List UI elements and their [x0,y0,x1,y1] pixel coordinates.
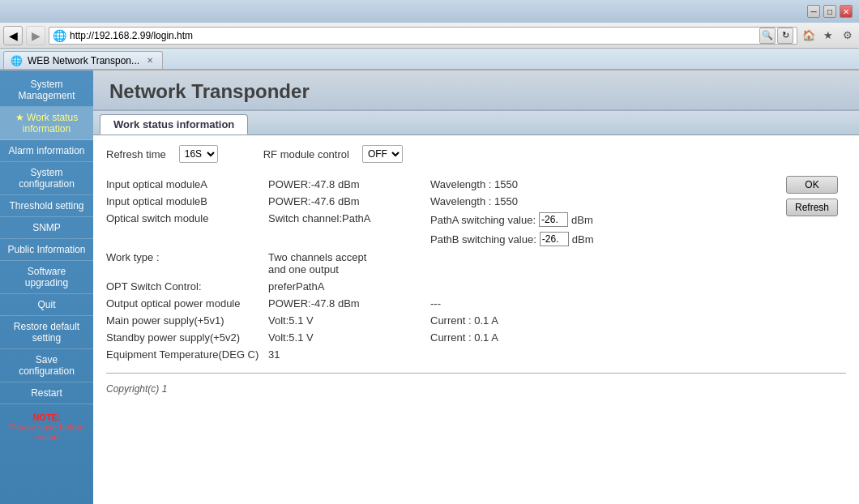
divider [106,373,846,374]
rf-module-select[interactable]: OFF ON [362,145,403,163]
row-label: Input optical moduleB [106,195,268,207]
row-value: Two channels acceptand one output [268,251,430,275]
row-value: Volt:5.1 V [268,331,430,344]
forward-button[interactable]: ▶ [26,26,45,45]
sidebar-item-restore[interactable]: Restore default setting [0,316,93,349]
path-b-label: PathB switching value: [430,233,536,246]
address-bar: 🌐 🔍 ↻ [49,27,797,45]
row-extra: Current : 0.1 A [430,331,633,344]
row-label: Standby power supply(+5v2) [106,331,268,344]
row-value: Switch channel:PathA [268,212,430,224]
note-label: NOTE: [32,412,60,422]
row-label: OPT Switch Control: [106,280,268,293]
path-b-input[interactable] [540,232,569,246]
sidebar-item-save-config[interactable]: Save configuration [0,349,93,382]
tab-icon: 🌐 [11,55,23,66]
browser-tab[interactable]: 🌐 WEB Network Transpon... ✕ [3,51,163,69]
tab-header: Work status information [93,111,859,135]
sidebar: System Management Work status informatio… [0,70,93,504]
minimize-btn[interactable]: ─ [807,5,820,18]
sidebar-item-quit[interactable]: Quit [0,294,93,316]
row-label: Output optical power module [106,297,268,310]
refresh-time-select[interactable]: 16S 1S 5S 10S 30S 60S [179,145,218,163]
table-row: Optical switch module Switch channel:Pat… [106,210,846,229]
maximize-btn[interactable]: □ [823,5,836,18]
sidebar-item-work-status[interactable]: Work status information [0,107,93,140]
row-extra: Wavelength : 1550 [430,195,633,207]
page-title: Network Transponder [93,70,859,111]
tab-work-status[interactable]: Work status information [100,114,248,135]
table-row: PathB switching value: dBm [106,229,846,249]
row-value: 31 [268,348,430,361]
row-label: Main power supply(+5v1) [106,314,268,327]
path-a-input[interactable] [539,212,568,227]
sidebar-item-system-config[interactable]: System configuration [0,162,93,195]
back-button[interactable]: ◀ [3,26,23,45]
refresh-button[interactable]: ↻ [777,28,793,44]
refresh-action-button[interactable]: Refresh [786,199,838,216]
note-text: Please save before restart [8,422,84,442]
table-row: Equipment Temperature(DEG C) 31 [106,346,846,363]
sidebar-item-system-management[interactable]: System Management [0,74,93,107]
address-input[interactable] [70,30,756,41]
sidebar-item-threshold[interactable]: Threshold setting [0,195,93,217]
star-icon[interactable]: ★ [820,28,836,44]
sidebar-item-snmp[interactable]: SNMP [0,217,93,239]
ok-button[interactable]: OK [786,176,838,194]
row-value: Volt:5.1 V [268,314,430,327]
sidebar-item-alarm[interactable]: Alarm information [0,140,93,162]
row-label: Work type : [106,251,268,263]
tab-title: WEB Network Transpon... [28,55,139,66]
path-a-label: PathA switching value: [430,214,536,226]
row-label: Optical switch module [106,212,268,224]
path-a-unit: dBm [571,214,593,226]
content-area: Network Transponder Work status informat… [93,70,859,504]
rf-module-label: RF module control [263,148,349,160]
table-row: Main power supply(+5v1) Volt:5.1 V Curre… [106,312,846,329]
row-value: POWER:-47.8 dBm [268,178,430,190]
sidebar-note: NOTE: Please save before restart [0,408,93,446]
row-extra: Current : 0.1 A [430,314,633,327]
row-extra: Wavelength : 1550 [430,178,633,190]
close-btn[interactable]: ✕ [840,5,853,18]
table-row: Input optical moduleB POWER:-47.6 dBm Wa… [106,193,846,210]
refresh-time-label: Refresh time [106,148,166,160]
row-extra: PathB switching value: dBm [430,232,633,246]
controls-row: Refresh time 16S 1S 5S 10S 30S 60S RF mo… [106,145,846,163]
search-button[interactable]: 🔍 [759,28,776,44]
tools-icon[interactable]: ⚙ [840,28,856,44]
row-extra: --- [430,297,633,310]
sidebar-item-software[interactable]: Software upgrading [0,261,93,294]
table-row: Work type : Two channels acceptand one o… [106,249,846,278]
globe-icon: 🌐 [53,29,66,42]
table-row: Standby power supply(+5v2) Volt:5.1 V Cu… [106,329,846,346]
table-row: Input optical moduleA POWER:-47.8 dBm Wa… [106,176,846,193]
sidebar-item-restart[interactable]: Restart [0,382,93,404]
row-label: Equipment Temperature(DEG C) [106,348,268,361]
row-value: POWER:-47.6 dBm [268,195,430,207]
table-row: OPT Switch Control: preferPathA [106,278,846,295]
sidebar-item-public-info[interactable]: Public Information [0,239,93,261]
tab-close-btn[interactable]: ✕ [144,55,156,66]
copyright: Copyright(c) 1 [106,383,846,395]
table-row: Output optical power module POWER:-47.8 … [106,295,846,312]
content-body: Refresh time 16S 1S 5S 10S 30S 60S RF mo… [93,135,859,404]
row-value: POWER:-47.8 dBm [268,297,430,310]
row-extra: PathA switching value: dBm [430,212,633,227]
row-value: preferPathA [268,280,430,293]
path-b-unit: dBm [572,233,594,246]
home-icon[interactable]: 🏠 [801,28,817,44]
row-label: Input optical moduleA [106,178,268,190]
